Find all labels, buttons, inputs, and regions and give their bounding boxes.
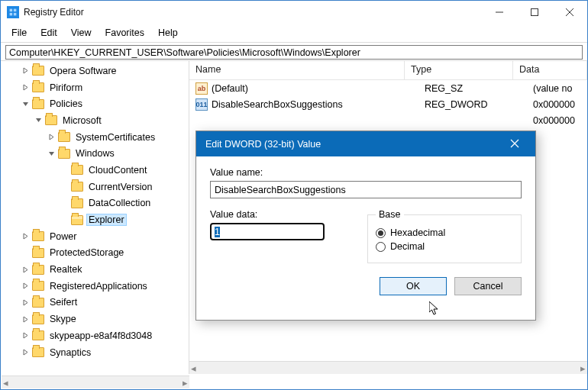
chevron-right-icon[interactable] (19, 279, 32, 292)
tree-item-label: Skype (48, 314, 78, 324)
folder-icon (32, 314, 44, 324)
cell-data: (value no (527, 83, 587, 94)
value-data-input[interactable] (210, 223, 325, 240)
radio-dot-icon (376, 228, 386, 238)
tree-item-label: Piriform (48, 82, 84, 93)
tree-item[interactable]: ProtectedStorage (1, 245, 189, 262)
address-bar (1, 42, 587, 61)
tree-item-label: Seifert (48, 297, 79, 308)
cell-data: 0x000000 (527, 115, 587, 126)
maximize-button[interactable] (517, 1, 552, 24)
folder-icon (32, 82, 44, 92)
svg-rect-2 (14, 9, 17, 12)
col-name[interactable]: Name (189, 61, 405, 79)
dialog-titlebar[interactable]: Edit DWORD (32-bit) Value (196, 131, 535, 156)
tree-item[interactable]: CurrentVersion (1, 179, 189, 195)
spacer (58, 214, 71, 227)
folder-icon (71, 182, 83, 192)
value-name-label: Value name: (210, 167, 522, 178)
menu-edit[interactable]: Edit (34, 26, 63, 40)
menu-help[interactable]: Help (152, 26, 184, 40)
dword-value-icon: 011 (195, 98, 208, 111)
menu-file[interactable]: File (5, 26, 33, 40)
tree-item[interactable]: skypeapp-e8af4f8d3048 (1, 327, 189, 344)
tree-item[interactable]: DataCollection (1, 195, 189, 212)
tree-item[interactable]: Windows (1, 145, 189, 162)
col-data[interactable]: Data (513, 61, 587, 79)
tree-item-label: skypeapp-e8af4f8d3048 (48, 330, 153, 341)
menu-view[interactable]: View (65, 26, 98, 40)
menubar: File Edit View Favorites Help (1, 24, 587, 42)
tree-item[interactable]: RegisteredApplications (1, 278, 189, 295)
base-group: Base Hexadecimal Decimal (367, 209, 522, 263)
list-row[interactable]: 011DisableSearchBoxSuggestionsREG_DWORD0… (189, 96, 587, 112)
chevron-right-icon[interactable] (19, 81, 32, 94)
spacer (58, 163, 71, 176)
tree-item[interactable]: Realtek (1, 261, 189, 278)
folder-icon (32, 265, 44, 275)
folder-icon (32, 66, 44, 76)
tree-item[interactable]: Power (1, 228, 189, 245)
svg-rect-3 (10, 13, 13, 16)
radio-dec[interactable]: Decimal (376, 241, 513, 252)
chevron-down-icon[interactable] (19, 98, 32, 111)
chevron-right-icon[interactable] (45, 131, 58, 143)
tree-item[interactable]: Seifert (1, 295, 189, 311)
tree-item[interactable]: Synaptics (1, 344, 189, 361)
list-scroll-h[interactable]: ◂▸ (189, 361, 587, 374)
list-row[interactable]: 0x000000 (189, 112, 587, 128)
tree-pane[interactable]: Opera SoftwarePiriformPoliciesMicrosoftS… (1, 61, 189, 374)
chevron-right-icon[interactable] (19, 346, 32, 359)
tree-item[interactable]: Opera Software (1, 63, 189, 79)
chevron-down-icon[interactable] (32, 114, 45, 127)
tree-item[interactable]: CloudContent (1, 162, 189, 179)
radio-hex[interactable]: Hexadecimal (376, 227, 513, 238)
cancel-button[interactable]: Cancel (454, 277, 522, 295)
address-input[interactable] (5, 45, 583, 60)
tree-item[interactable]: Skype (1, 311, 189, 327)
cell-name: (Default) (212, 83, 418, 94)
chevron-right-icon[interactable] (19, 313, 32, 326)
folder-icon (71, 165, 83, 175)
tree-item[interactable]: Explorer (1, 211, 189, 228)
base-label: Base (376, 209, 404, 220)
tree-item-label: Microsoft (61, 115, 103, 126)
tree-item-label: SystemCertificates (74, 132, 157, 143)
tree-scroll-h[interactable]: ◂▸ (2, 375, 189, 388)
chevron-right-icon[interactable] (19, 64, 32, 77)
chevron-down-icon[interactable] (45, 147, 58, 160)
cell-name: DisableSearchBoxSuggestions (212, 99, 418, 110)
titlebar: Registry Editor (1, 1, 587, 24)
tree-item-label: RegisteredApplications (48, 281, 149, 292)
value-name-input[interactable] (210, 181, 522, 198)
chevron-right-icon[interactable] (19, 263, 32, 276)
svg-rect-6 (531, 9, 538, 16)
chevron-right-icon[interactable] (19, 296, 32, 309)
ok-button[interactable]: OK (380, 277, 447, 295)
folder-icon (32, 99, 44, 109)
tree-item[interactable]: Microsoft (1, 112, 189, 129)
tree-item-label: Policies (48, 98, 84, 109)
list-row[interactable]: ab(Default)REG_SZ(value no (189, 80, 587, 96)
list-header: Name Type Data (189, 61, 587, 80)
folder-icon (71, 215, 83, 225)
tree-item[interactable]: Policies (1, 95, 189, 112)
edit-dword-dialog: Edit DWORD (32-bit) Value Value name: Va… (195, 131, 536, 321)
col-type[interactable]: Type (405, 61, 513, 79)
chevron-right-icon[interactable] (19, 230, 32, 243)
folder-icon (32, 330, 44, 340)
window-title: Registry Editor (24, 7, 482, 18)
dialog-title: Edit DWORD (32-bit) Value (205, 139, 503, 150)
tree-item[interactable]: SystemCertificates (1, 129, 189, 146)
minimize-button[interactable] (482, 1, 517, 24)
chevron-right-icon[interactable] (19, 329, 32, 342)
menu-favorites[interactable]: Favorites (99, 26, 150, 40)
regedit-icon (7, 6, 19, 18)
tree-item[interactable]: Piriform (1, 79, 189, 96)
radio-dot-icon (376, 242, 386, 252)
svg-rect-4 (14, 13, 17, 16)
tree-item-label: Synaptics (48, 347, 92, 358)
dialog-close-icon[interactable] (503, 138, 526, 150)
close-button[interactable] (552, 1, 587, 24)
folder-icon (58, 132, 70, 142)
